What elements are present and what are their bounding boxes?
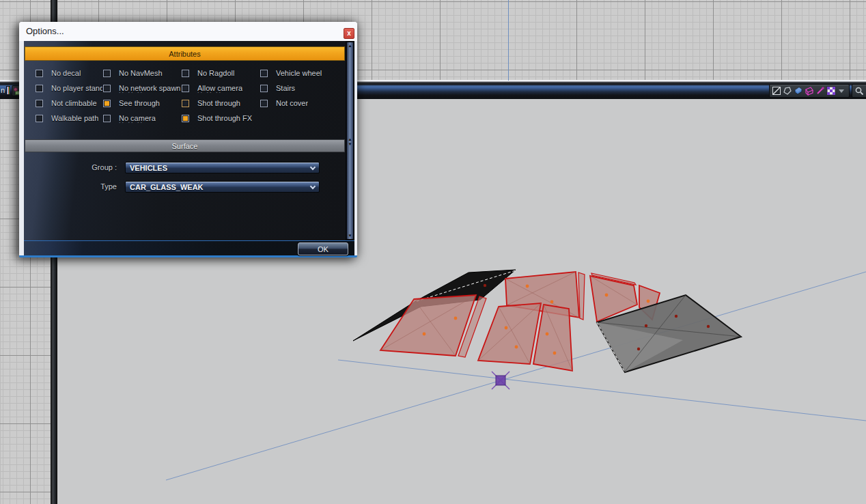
checkbox-shot-through-fx[interactable] [182,115,189,122]
checkbox-row: Walkable path [36,111,102,126]
checkbox-vehicle-wheel[interactable] [260,70,268,77]
checkbox-label: No player stand [51,84,102,92]
grid-blue-line [508,0,509,81]
group-select[interactable]: VEHICLES [125,162,320,173]
texture-checker-tool-icon[interactable] [826,86,836,96]
checkbox-allow-camera[interactable] [182,85,189,92]
vertex-dot-orange [647,300,650,303]
selection-gizmo[interactable] [496,376,505,385]
checkbox-stairs[interactable] [260,85,268,92]
checkbox-row: Not cover [260,96,345,111]
vertex-dot-orange [546,333,549,336]
clipped-text-dots: .. .. .. [119,89,143,94]
group-select-value: VEHICLES [130,163,167,173]
solid-tool-icon[interactable] [794,86,803,96]
checkbox-no-ragdoll[interactable] [182,70,189,77]
clipped-text-dots: .. .. .. [197,89,222,94]
palette-stripes-icon[interactable] [6,86,10,95]
checkbox-column: No RagdollAllow camera.. .. ..Shot throu… [182,66,260,126]
vertex-dot-orange [505,326,508,330]
checkbox-label: No decal [51,69,81,77]
checkbox-row: No camera.. .. .. [103,111,181,126]
type-label: Type [24,181,121,193]
checkbox-row: Allow camera.. .. .. [182,81,260,96]
checkbox-row: No network spawn.. .. .. [103,81,181,96]
vertex-dot-dark [484,284,486,287]
checkbox-label: Shot through FX [197,114,252,122]
scroll-grip-up-icon[interactable]: ▲ [346,137,354,141]
scroll-down-icon[interactable]: ▼ [346,234,354,238]
dialog-titlebar[interactable]: Options... [19,22,357,41]
checkbox-label: Shot through [197,99,240,107]
checkbox-column: Vehicle wheelStairsNot cover [260,66,345,111]
scroll-up-icon[interactable]: ▲ [346,44,354,48]
vertex-dot-dark [675,315,678,318]
tools-dropdown-arrow-icon[interactable] [839,89,844,93]
checkbox-row: No NavMesh [103,66,181,81]
dialog-scrollbar[interactable]: ▲ ▲ ▼ ▼ [346,41,354,240]
checkbox-column: No NavMeshNo network spawn.. .. ..See th… [103,66,181,126]
checkbox-row: Shot through FX [182,111,260,126]
checkbox-row: Not climbable [36,96,102,111]
vertex-dot-orange [526,285,529,288]
vertex-dot-orange [553,352,557,355]
polygon-tool-icon[interactable] [783,86,792,96]
checkbox-row: No decal [36,66,102,81]
group-label: Group : [24,162,121,173]
checkbox-walkable-path[interactable] [36,115,43,122]
dialog-title: Options... [26,22,64,41]
scroll-grip-down-icon[interactable]: ▼ [346,142,354,146]
checkbox-row: No player stand [36,81,102,96]
checkbox-row: Vehicle wheel [260,66,345,81]
vertex-dot-orange [423,333,426,336]
vertex-dot-dark [637,348,640,350]
checkbox-see-through[interactable] [103,100,111,107]
editor-screen: n [0,0,866,504]
checkbox-no-navmesh[interactable] [103,70,111,77]
vertex-dot-dark [707,325,710,328]
vertex-dot-orange [515,346,518,349]
clipped-text-dots: .. .. .. [119,119,143,124]
checkbox-no-network-spawn[interactable] [103,85,111,92]
checkbox-no-player-stand[interactable] [36,85,43,92]
checkbox-label: Walkable path [51,114,98,122]
checkbox-shot-through[interactable] [182,100,189,107]
attributes-header: Attributes [25,46,345,61]
glass-piece-offset-outline [578,272,585,320]
checkbox-row: No Ragdoll [182,66,260,81]
checkbox-label: Not cover [276,99,308,107]
checkbox-not-cover[interactable] [260,100,268,107]
toolbar-fragment-text: n [1,84,5,97]
type-select[interactable]: CAR_GLASS_WEAK [125,181,320,193]
checkbox-no-camera[interactable] [103,115,111,122]
edge-pen-tool-icon[interactable] [815,86,825,96]
checkbox-label: Stairs [276,84,295,92]
slope-tool-icon[interactable] [772,86,781,96]
chevron-down-icon [310,184,316,189]
checkbox-label: No NavMesh [119,69,163,77]
vertex-dot-dark [645,324,647,327]
close-button[interactable]: x [344,28,354,39]
search-panel [852,84,866,98]
surface-header: Surface [25,139,345,152]
checkbox-label: Not climbable [51,99,97,107]
wireframe-box-tool-icon[interactable] [805,86,814,96]
type-select-value: CAR_GLASS_WEAK [130,182,204,193]
viewport-grid-line [338,360,866,421]
magnifier-icon[interactable] [854,86,864,96]
vertex-dot-orange [605,294,609,297]
checkbox-not-climbable[interactable] [36,100,43,107]
chevron-down-icon [310,165,316,170]
checkbox-row: Stairs [260,81,345,96]
checkbox-row: Shot through [182,96,260,111]
dialog-footer: OK [24,240,354,255]
checkbox-column: No decalNo player standNot climbableWalk… [36,66,102,126]
checkbox-no-decal[interactable] [36,70,43,77]
checkbox-row: See through [103,96,181,111]
modeling-tools-panel [769,84,850,98]
glass-piece[interactable] [478,303,541,364]
checkbox-label: See through [119,99,160,107]
vertex-dot-orange [454,317,458,320]
ok-button[interactable]: OK [298,242,348,255]
checkbox-label: Vehicle wheel [276,69,322,77]
